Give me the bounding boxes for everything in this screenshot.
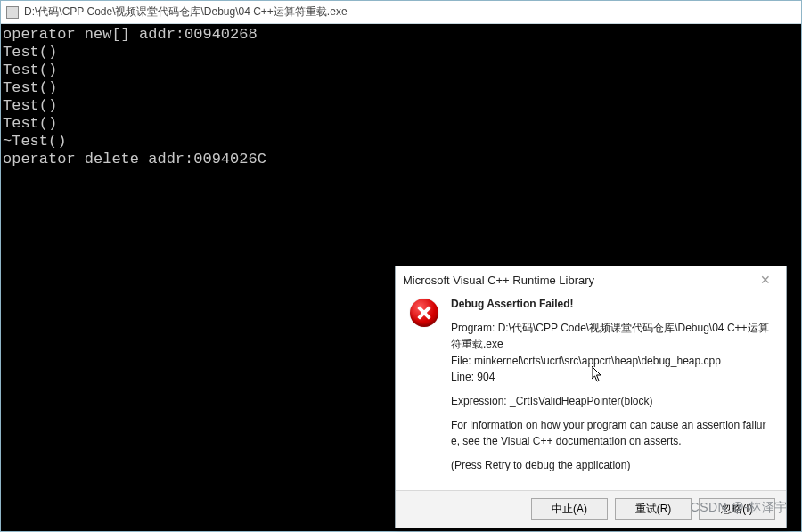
console-line: Test() xyxy=(3,115,57,132)
window-title: D:\代码\CPP Code\视频课堂代码仓库\Debug\04 C++运算符重… xyxy=(24,4,348,20)
line-value: 904 xyxy=(477,371,495,383)
close-button[interactable]: ✕ xyxy=(752,270,779,290)
file-label: File: xyxy=(451,355,474,367)
file-group: File: minkernel\crts\ucrt\src\appcrt\hea… xyxy=(451,354,772,385)
error-icon xyxy=(410,299,438,327)
console-line: ~Test() xyxy=(3,133,66,150)
console-line: operator delete addr:0094026C xyxy=(3,151,266,168)
retry-button[interactable]: 重试(R) xyxy=(615,498,692,520)
console-line: operator new[] addr:00940268 xyxy=(3,26,258,43)
console-line: Test() xyxy=(3,61,57,78)
program-label: Program: xyxy=(451,322,498,334)
abort-button[interactable]: 中止(A) xyxy=(531,498,608,520)
dialog-titlebar[interactable]: Microsoft Visual C++ Runtime Library ✕ xyxy=(396,266,786,293)
console-line: Test() xyxy=(3,44,57,61)
console-line: Test() xyxy=(3,79,57,96)
assertion-dialog: Microsoft Visual C++ Runtime Library ✕ D… xyxy=(395,266,787,528)
file-value: minkernel\crts\ucrt\src\appcrt\heap\debu… xyxy=(474,355,721,367)
expression-label: Expression: xyxy=(451,395,510,407)
app-icon xyxy=(6,6,19,19)
console-line: Test() xyxy=(3,97,57,114)
program-line: Program: D:\代码\CPP Code\视频课堂代码仓库\Debug\0… xyxy=(451,321,772,352)
dialog-heading: Debug Assertion Failed! xyxy=(451,297,772,312)
expression-value: _CrtIsValidHeapPointer(block) xyxy=(510,395,653,407)
line-label: Line: xyxy=(451,371,477,383)
dialog-body: Debug Assertion Failed! Program: D:\代码\C… xyxy=(396,293,786,490)
titlebar[interactable]: D:\代码\CPP Code\视频课堂代码仓库\Debug\04 C++运算符重… xyxy=(1,1,801,24)
info-line: For information on how your program can … xyxy=(451,418,772,449)
dialog-content: Debug Assertion Failed! Program: D:\代码\C… xyxy=(451,297,772,483)
retry-line: (Press Retry to debug the application) xyxy=(451,458,772,473)
expression-line: Expression: _CrtIsValidHeapPointer(block… xyxy=(451,394,772,409)
program-value: D:\代码\CPP Code\视频课堂代码仓库\Debug\04 C++运算符重… xyxy=(451,322,769,349)
dialog-icon-column xyxy=(410,297,438,483)
ignore-button[interactable]: 忽略(I) xyxy=(699,498,775,520)
close-icon: ✕ xyxy=(760,273,771,287)
dialog-button-row: 中止(A) 重试(R) 忽略(I) xyxy=(396,490,786,528)
dialog-title: Microsoft Visual C++ Runtime Library xyxy=(403,274,594,287)
